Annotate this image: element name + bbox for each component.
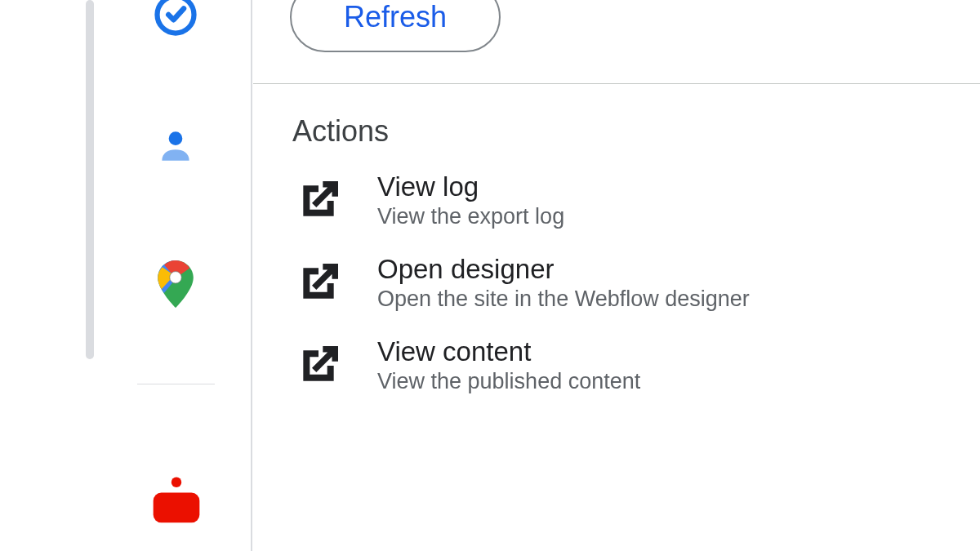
action-view-content[interactable]: View content View the published content bbox=[292, 336, 980, 394]
sidebar-item-tasks[interactable] bbox=[151, 0, 200, 41]
person-icon bbox=[155, 125, 196, 169]
action-title: View log bbox=[377, 171, 564, 202]
svg-point-1 bbox=[169, 131, 183, 145]
sidebar-item-app[interactable] bbox=[149, 473, 204, 529]
maps-pin-icon bbox=[158, 260, 194, 311]
action-description: View the published content bbox=[377, 369, 640, 394]
refresh-button[interactable]: Refresh bbox=[290, 0, 501, 52]
action-title: Open designer bbox=[377, 254, 750, 285]
external-link-icon bbox=[292, 175, 345, 227]
sidebar-separator bbox=[137, 384, 215, 384]
svg-rect-5 bbox=[154, 493, 200, 523]
vertical-divider bbox=[251, 0, 252, 551]
horizontal-divider bbox=[253, 83, 980, 84]
svg-point-4 bbox=[172, 478, 181, 487]
bot-icon bbox=[149, 472, 204, 531]
actions-section: Actions View log View the export log Ope… bbox=[292, 114, 980, 419]
action-description: View the export log bbox=[377, 204, 564, 229]
main-panel: Refresh Actions View log View the export… bbox=[253, 0, 980, 551]
action-title: View content bbox=[377, 336, 640, 367]
external-link-icon bbox=[292, 257, 345, 309]
action-view-log[interactable]: View log View the export log bbox=[292, 171, 980, 229]
action-open-designer[interactable]: Open designer Open the site in the Webfl… bbox=[292, 254, 980, 312]
action-description: Open the site in the Webflow designer bbox=[377, 287, 750, 312]
check-circle-icon bbox=[151, 0, 200, 42]
sidebar-item-maps[interactable] bbox=[151, 261, 200, 310]
sidebar-item-contacts[interactable] bbox=[151, 122, 200, 171]
scrollbar[interactable] bbox=[86, 0, 94, 359]
external-link-icon bbox=[292, 340, 345, 392]
sidebar bbox=[0, 0, 253, 551]
section-title: Actions bbox=[292, 114, 980, 149]
